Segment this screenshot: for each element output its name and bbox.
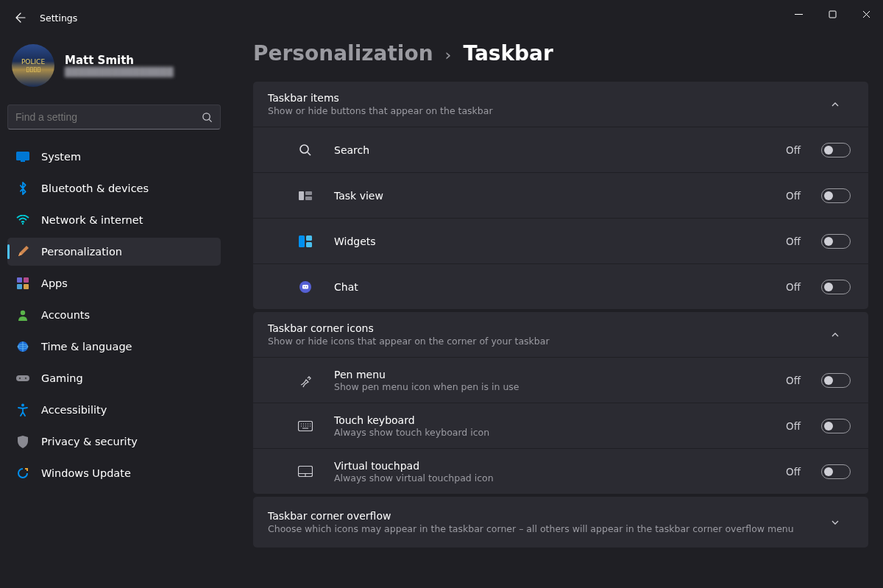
row-widgets: Widgets Off [253,218,868,263]
svg-rect-24 [302,285,308,289]
main-content: Personalization › Taskbar Taskbar items … [253,41,868,588]
wifi-icon [16,213,29,227]
group-title: Taskbar corner icons [268,322,830,334]
row-sublabel: Always show virtual touchpad icon [334,472,773,483]
display-icon [16,150,29,163]
toggle-touch-keyboard[interactable] [821,419,851,433]
nav-label: Apps [41,277,68,289]
search-input[interactable] [15,111,202,123]
nav-gaming[interactable]: Gaming [7,364,221,392]
toggle-search[interactable] [821,143,851,157]
nav-accessibility[interactable]: Accessibility [7,396,221,424]
nav-label: Accessibility [41,404,107,416]
toggle-virtual-touchpad[interactable] [821,464,851,479]
chevron-up-icon [830,330,854,340]
svg-rect-21 [306,235,312,241]
svg-rect-18 [305,191,312,195]
group-corner-overflow: Taskbar corner overflow Choose which ico… [253,497,868,548]
row-label: Search [334,144,773,156]
group-header-corner-icons[interactable]: Taskbar corner icons Show or hide icons … [253,312,868,357]
nav-personalization[interactable]: Personalization [7,238,221,266]
nav-label: Gaming [41,372,83,384]
minimize-button[interactable] [781,0,815,28]
group-header-taskbar-items[interactable]: Taskbar items Show or hide buttons that … [253,82,868,127]
nav-privacy[interactable]: Privacy & security [7,428,221,456]
row-touch-keyboard: Touch keyboard Always show touch keyboar… [253,403,868,448]
svg-rect-17 [299,191,304,200]
breadcrumb-current: Taskbar [463,41,553,65]
back-button[interactable] [10,7,31,28]
group-header-corner-overflow[interactable]: Taskbar corner overflow Choose which ico… [253,497,868,548]
app-title: Settings [40,13,77,24]
toggle-widgets[interactable] [821,234,851,249]
arrow-left-icon [15,12,26,24]
nav-apps[interactable]: Apps [7,269,221,297]
nav-list: System Bluetooth & devices Network & int… [7,143,221,487]
svg-point-25 [304,286,305,287]
apps-icon [16,277,29,290]
row-label: Chat [334,281,773,293]
row-virtual-touchpad: Virtual touchpad Always show virtual tou… [253,448,868,494]
task-view-icon [299,191,312,201]
search-icon [299,144,312,157]
nav-label: Personalization [41,246,122,258]
row-pen-menu: Pen menu Show pen menu icon when pen is … [253,357,868,403]
nav-time[interactable]: Time & language [7,333,221,361]
window-controls [781,0,883,28]
row-label: Touch keyboard [334,414,773,426]
nav-label: System [41,151,81,163]
row-label: Virtual touchpad [334,460,773,472]
paintbrush-icon [16,245,29,258]
svg-rect-22 [306,242,312,247]
row-taskview: Task view Off [253,172,868,218]
group-title: Taskbar items [268,92,830,104]
toggle-state: Off [786,375,801,386]
nav-bluetooth[interactable]: Bluetooth & devices [7,174,221,202]
close-icon [862,10,870,18]
group-taskbar-items: Taskbar items Show or hide buttons that … [253,82,868,309]
svg-rect-0 [829,11,836,18]
svg-rect-20 [299,235,305,247]
nav-label: Privacy & security [41,436,138,447]
nav-label: Time & language [41,341,132,353]
group-subtitle: Choose which icons may appear in the tas… [268,523,830,534]
svg-rect-6 [24,277,29,283]
maximize-button[interactable] [815,0,849,28]
row-label: Pen menu [334,369,773,380]
row-chat: Chat Off [253,263,868,309]
search-box[interactable] [7,105,221,130]
row-label: Task view [334,190,773,202]
toggle-chat[interactable] [821,280,851,294]
toggle-pen-menu[interactable] [821,373,851,388]
toggle-taskview[interactable] [821,188,851,203]
nav-network[interactable]: Network & internet [7,206,221,234]
svg-rect-8 [24,284,29,289]
svg-point-13 [19,378,21,379]
svg-rect-5 [17,277,22,283]
chevron-up-icon [830,99,854,110]
nav-accounts[interactable]: Accounts [7,301,221,329]
close-button[interactable] [849,0,883,28]
pen-icon [298,373,313,388]
person-icon [16,308,29,322]
bluetooth-icon [16,182,29,195]
chevron-down-icon [830,517,854,528]
svg-point-26 [306,286,308,287]
breadcrumb-parent[interactable]: Personalization [253,41,433,65]
user-profile[interactable]: POLICE▯▯▯▯ Matt Smith ████████████████ [7,40,221,97]
chevron-right-icon: › [445,46,452,64]
user-name: Matt Smith [65,54,174,67]
svg-rect-3 [21,160,25,162]
widgets-icon [299,235,312,247]
group-subtitle: Show or hide buttons that appear on the … [268,105,830,116]
nav-label: Windows Update [41,467,131,479]
nav-label: Bluetooth & devices [41,183,149,194]
svg-point-4 [22,223,24,224]
toggle-state: Off [786,144,801,156]
row-sublabel: Always show touch keyboard icon [334,427,773,438]
svg-point-9 [21,311,25,315]
nav-system[interactable]: System [7,143,221,171]
avatar: POLICE▯▯▯▯ [12,44,54,87]
nav-update[interactable]: Windows Update [7,459,221,487]
maximize-icon [829,10,837,18]
